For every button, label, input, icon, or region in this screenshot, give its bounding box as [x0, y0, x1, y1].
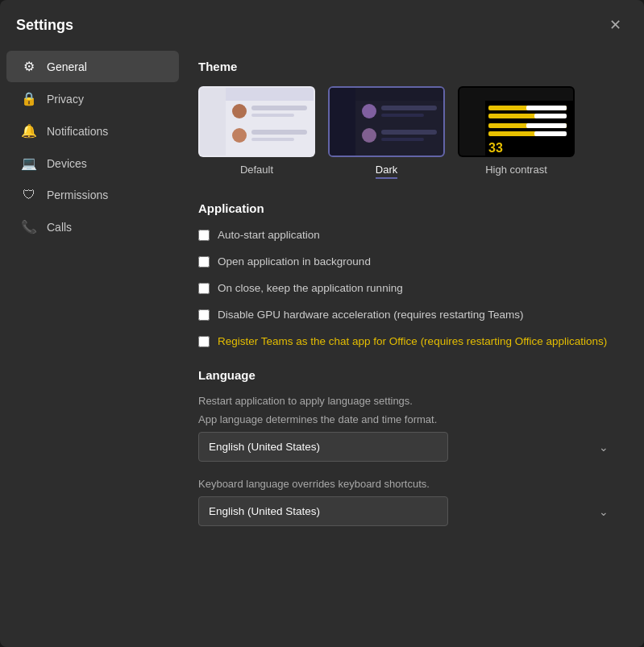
sidebar-label-permissions: Permissions [47, 189, 108, 201]
theme-label-default: Default [240, 164, 273, 176]
theme-label-high-contrast: High contrast [485, 164, 547, 176]
keyboard-language-select-wrap: English (United States) English (United … [198, 496, 618, 526]
sidebar-item-notifications[interactable]: 🔔Notifications [6, 115, 179, 147]
theme-option-high-contrast[interactable]: 33 High contrast [458, 86, 575, 179]
app-language-select[interactable]: English (United States) English (United … [198, 432, 448, 462]
sidebar-item-permissions[interactable]: 🛡Permissions [6, 180, 179, 210]
theme-preview-dark [328, 86, 445, 157]
dialog-title: Settings [16, 17, 73, 34]
language-section: Language Restart application to apply la… [198, 368, 618, 526]
checkbox-auto-start[interactable]: Auto-start application [198, 228, 618, 243]
theme-option-dark[interactable]: Dark [328, 86, 445, 179]
keyboard-language-chevron-icon: ⌄ [599, 505, 609, 518]
theme-options: Default Dark [198, 86, 618, 179]
app-language-label: App language determines the date and tim… [198, 413, 618, 425]
theme-preview-default [198, 86, 315, 157]
keyboard-language-label: Keyboard language overrides keyboard sho… [198, 478, 618, 490]
sidebar-general-icon: ⚙ [21, 59, 37, 74]
sidebar-calls-icon: 📞 [21, 219, 37, 234]
sidebar-item-general[interactable]: ⚙General [6, 51, 179, 82]
app-language-chevron-icon: ⌄ [599, 441, 609, 454]
theme-option-default[interactable]: Default [198, 86, 315, 179]
sidebar-notifications-icon: 🔔 [21, 123, 37, 139]
application-section-title: Application [198, 201, 618, 215]
app-language-select-wrap: English (United States) English (United … [198, 432, 618, 462]
application-section: Application Auto-start application Open … [198, 201, 618, 349]
language-section-title: Language [198, 368, 618, 382]
settings-dialog: Settings ✕ ⚙General🔒Privacy🔔Notification… [0, 0, 644, 647]
sidebar-label-general: General [47, 60, 87, 73]
sidebar-label-calls: Calls [47, 221, 72, 234]
checkbox-register-teams[interactable]: Register Teams as the chat app for Offic… [198, 334, 618, 350]
sidebar-permissions-icon: 🛡 [21, 188, 37, 202]
sidebar-devices-icon: 💻 [21, 156, 37, 171]
sidebar-label-devices: Devices [47, 157, 87, 170]
sidebar-privacy-icon: 🔒 [21, 91, 37, 106]
checkbox-open-background-label: Open application in background [218, 255, 371, 270]
checkbox-open-background[interactable]: Open application in background [198, 255, 618, 270]
theme-label-dark: Dark [376, 164, 397, 179]
checkbox-register-teams-input[interactable] [198, 336, 210, 347]
sidebar-item-devices[interactable]: 💻Devices [6, 147, 179, 179]
sidebar-item-privacy[interactable]: 🔒Privacy [6, 83, 179, 114]
sidebar-item-calls[interactable]: 📞Calls [6, 211, 179, 243]
close-button[interactable]: ✕ [603, 13, 628, 37]
checkbox-auto-start-label: Auto-start application [218, 228, 320, 243]
checkbox-disable-gpu-label: Disable GPU hardware acceleration (requi… [218, 308, 523, 323]
dialog-body: ⚙General🔒Privacy🔔Notifications💻Devices🛡P… [0, 44, 644, 647]
checkbox-keep-running[interactable]: On close, keep the application running [198, 281, 618, 297]
sidebar-label-notifications: Notifications [47, 125, 108, 138]
checkbox-register-teams-label: Register Teams as the chat app for Offic… [218, 334, 607, 350]
theme-section-title: Theme [198, 60, 618, 73]
checkbox-disable-gpu-input[interactable] [198, 309, 210, 321]
keyboard-language-select[interactable]: English (United States) English (United … [198, 496, 448, 526]
main-content: Theme Default [185, 44, 644, 647]
checkbox-open-background-input[interactable] [198, 256, 210, 268]
dialog-header: Settings ✕ [0, 0, 644, 44]
theme-preview-high-contrast: 33 [458, 86, 575, 157]
checkbox-keep-running-input[interactable] [198, 283, 210, 294]
language-restart-note: Restart application to apply language se… [198, 395, 618, 407]
checkbox-disable-gpu[interactable]: Disable GPU hardware acceleration (requi… [198, 308, 618, 323]
sidebar: ⚙General🔒Privacy🔔Notifications💻Devices🛡P… [0, 44, 185, 647]
checkbox-auto-start-input[interactable] [198, 230, 210, 241]
checkbox-keep-running-label: On close, keep the application running [218, 281, 403, 297]
sidebar-label-privacy: Privacy [47, 93, 84, 106]
